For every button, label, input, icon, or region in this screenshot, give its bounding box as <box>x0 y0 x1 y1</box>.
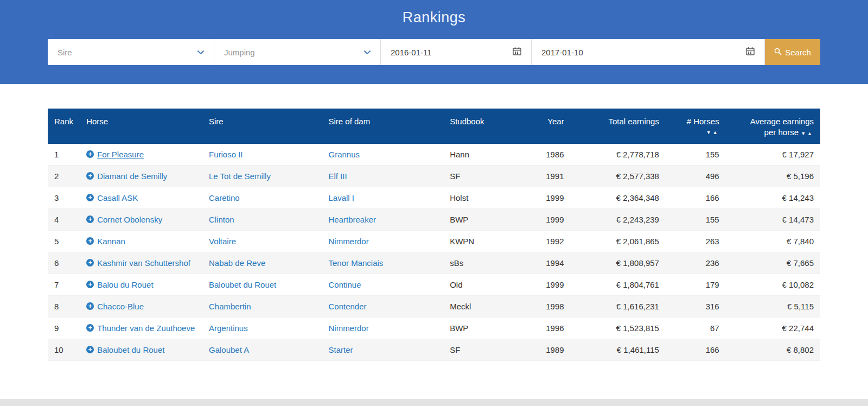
discipline-select[interactable]: Jumping <box>214 39 381 65</box>
sire-link[interactable]: Voltaire <box>209 237 236 246</box>
expand-icon[interactable]: + <box>86 194 94 201</box>
sire-link[interactable]: Clinton <box>209 215 234 224</box>
expand-icon[interactable]: + <box>86 302 94 310</box>
sort-asc-icon[interactable]: ▲ <box>713 130 719 135</box>
date-from-field[interactable]: 2016-01-11 <box>381 39 532 65</box>
sire-link[interactable]: Nabab de Reve <box>209 258 265 268</box>
rank-cell: 6 <box>48 252 80 274</box>
sire-of-dam-link[interactable]: Grannus <box>328 150 360 159</box>
horse-link[interactable]: Thunder van de Zuuthoeve <box>97 323 195 333</box>
year-cell: 1999 <box>510 209 571 231</box>
sire-of-dam-cell: Starter <box>322 339 443 361</box>
horse-cell: + Kannan <box>80 231 202 252</box>
horses-count-cell: 179 <box>666 274 726 296</box>
expand-icon[interactable]: + <box>86 281 94 288</box>
sire-of-dam-cell: Nimmerdor <box>322 318 443 339</box>
horses-count-cell: 236 <box>666 252 726 274</box>
sire-cell: Chambertin <box>202 296 322 318</box>
year-cell: 1989 <box>510 339 571 361</box>
sire-of-dam-link[interactable]: Elf III <box>328 172 347 181</box>
rank-cell: 2 <box>48 166 80 187</box>
expand-icon[interactable]: + <box>86 150 94 158</box>
sire-of-dam-link[interactable]: Continue <box>328 280 361 289</box>
horse-link[interactable]: Baloubet du Rouet <box>97 345 164 354</box>
horse-cell: + Diamant de Semilly <box>80 166 202 187</box>
sire-of-dam-cell: Continue <box>322 274 443 296</box>
expand-icon[interactable]: + <box>86 237 94 245</box>
col-sire-of-dam: Sire of dam <box>322 109 443 144</box>
rank-cell: 10 <box>48 339 80 361</box>
total-earnings-cell: € 1,616,231 <box>571 296 666 318</box>
rankings-table: Rank Horse Sire Sire of dam Studbook Yea… <box>48 109 820 361</box>
average-earnings-cell: € 5,115 <box>726 296 820 318</box>
col-average-earnings-label-1: Average earnings <box>732 116 814 127</box>
horse-cell: + For Pleasure <box>80 144 202 166</box>
sire-cell: Voltaire <box>202 231 322 252</box>
sire-cell: Argentinus <box>202 318 322 339</box>
sire-of-dam-link[interactable]: Nimmerdor <box>328 237 368 246</box>
sire-of-dam-link[interactable]: Nimmerdor <box>328 323 368 333</box>
horse-link[interactable]: Casall ASK <box>97 193 138 202</box>
horse-link[interactable]: Chacco-Blue <box>97 302 144 311</box>
expand-icon[interactable]: + <box>86 259 94 267</box>
horses-count-cell: 166 <box>666 187 726 209</box>
sire-of-dam-link[interactable]: Starter <box>328 345 353 354</box>
col-studbook: Studbook <box>443 109 510 144</box>
horse-cell: + Kashmir van Schuttershof <box>80 252 202 274</box>
average-earnings-cell: € 7,665 <box>726 252 820 274</box>
year-cell: 1999 <box>510 274 571 296</box>
filter-bar: Sire Jumping 2016-01-11 <box>48 39 820 65</box>
sire-link[interactable]: Furioso II <box>209 150 243 159</box>
horse-link[interactable]: Kannan <box>97 237 125 246</box>
expand-icon[interactable]: + <box>86 215 94 223</box>
expand-icon[interactable]: + <box>86 346 94 353</box>
sire-link[interactable]: Baloubet du Rouet <box>209 280 276 289</box>
total-earnings-cell: € 2,364,348 <box>571 187 666 209</box>
horse-link[interactable]: Cornet Obolensky <box>97 215 162 224</box>
table-row: 2 + Diamant de Semilly Le Tot de Semilly… <box>48 166 820 187</box>
col-horses-label: # Horses <box>672 116 719 127</box>
sire-link[interactable]: Argentinus <box>209 323 248 333</box>
table-row: 7 + Balou du Rouet Baloubet du Rouet Con… <box>48 274 820 296</box>
expand-icon[interactable]: + <box>86 324 94 332</box>
avg-sort-controls: ▼▲ <box>801 131 814 136</box>
horse-link[interactable]: Diamant de Semilly <box>97 172 167 181</box>
sire-of-dam-link[interactable]: Contender <box>328 302 366 311</box>
table-row: 10 + Baloubet du Rouet Galoubet A Starte… <box>48 339 820 361</box>
average-earnings-cell: € 10,082 <box>726 274 820 296</box>
horse-link[interactable]: Balou du Rouet <box>97 280 153 289</box>
ranking-type-select[interactable]: Sire <box>48 39 214 65</box>
expand-icon[interactable]: + <box>86 172 94 180</box>
table-row: 3 + Casall ASK Caretino Lavall I Holst 1… <box>48 187 820 209</box>
sire-link[interactable]: Galoubet A <box>209 345 249 354</box>
date-to-field[interactable]: 2017-01-10 <box>532 39 765 65</box>
total-earnings-cell: € 2,243,239 <box>571 209 666 231</box>
sire-of-dam-link[interactable]: Tenor Manciais <box>328 258 383 268</box>
horses-count-cell: 166 <box>666 339 726 361</box>
horse-link[interactable]: Kashmir van Schuttershof <box>97 258 190 268</box>
horse-cell: + Casall ASK <box>80 187 202 209</box>
discipline-value: Jumping <box>224 48 255 57</box>
rank-cell: 4 <box>48 209 80 231</box>
sort-asc-icon[interactable]: ▲ <box>807 131 814 136</box>
sire-of-dam-link[interactable]: Lavall I <box>328 193 354 202</box>
rankings-content: Rank Horse Sire Sire of dam Studbook Yea… <box>0 84 868 399</box>
sort-desc-icon[interactable]: ▼ <box>706 130 713 135</box>
total-earnings-cell: € 2,577,338 <box>571 166 666 187</box>
year-cell: 1991 <box>510 166 571 187</box>
search-button[interactable]: Search <box>765 39 820 65</box>
date-from-value: 2016-01-11 <box>391 48 432 57</box>
rank-cell: 7 <box>48 274 80 296</box>
horse-link[interactable]: For Pleasure <box>97 150 144 159</box>
col-average-earnings: Average earnings per horse ▼▲ <box>726 109 820 144</box>
sire-link[interactable]: Le Tot de Semilly <box>209 172 271 181</box>
sire-cell: Caretino <box>202 187 322 209</box>
sire-link[interactable]: Caretino <box>209 193 240 202</box>
sire-of-dam-cell: Contender <box>322 296 443 318</box>
search-button-label: Search <box>785 48 811 57</box>
sire-link[interactable]: Chambertin <box>209 302 251 311</box>
sort-desc-icon[interactable]: ▼ <box>801 131 807 136</box>
per-horse-label: per horse <box>764 128 799 137</box>
sire-of-dam-cell: Elf III <box>322 166 443 187</box>
sire-of-dam-link[interactable]: Heartbreaker <box>328 215 376 224</box>
